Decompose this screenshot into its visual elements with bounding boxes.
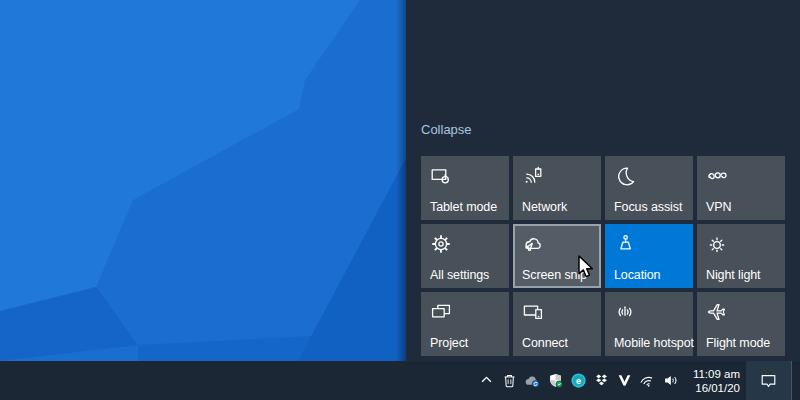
tile-label: All settings <box>430 268 489 282</box>
desktop-wallpaper <box>0 0 406 361</box>
eset-tray-item[interactable]: e <box>567 361 590 400</box>
taskbar: e <box>0 361 800 400</box>
tile-label: Focus assist <box>614 200 682 214</box>
tile-vpn[interactable]: VPN <box>697 156 785 220</box>
eset-antivirus-icon: e <box>569 371 588 390</box>
location-icon <box>613 232 637 256</box>
tile-label: Connect <box>522 336 568 350</box>
system-tray: e <box>475 361 800 400</box>
tile-focus-assist[interactable]: Focus assist <box>605 156 693 220</box>
clock-date: 16/01/20 <box>686 381 740 395</box>
tile-connect[interactable]: Connect <box>513 292 601 356</box>
onedrive-tray-item[interactable] <box>521 361 544 400</box>
tile-label: Night light <box>706 268 761 282</box>
action-center-button[interactable] <box>746 361 791 400</box>
vivaldi-v-icon <box>615 371 634 390</box>
tile-label: VPN <box>706 200 731 214</box>
tile-label: Project <box>430 336 468 350</box>
dropbox-icon <box>592 371 611 390</box>
clock-time: 11:09 am <box>686 367 740 381</box>
volume-tray-item[interactable] <box>659 361 682 400</box>
windows-security-tray-item[interactable] <box>544 361 567 400</box>
wallpaper-art <box>0 0 406 361</box>
taskbar-clock[interactable]: 11:09 am 16/01/20 <box>682 367 746 395</box>
network-tray-item[interactable] <box>636 361 659 400</box>
tablet-mode-icon <box>429 164 453 188</box>
tile-flight-mode[interactable]: Flight mode <box>697 292 785 356</box>
onedrive-sync-icon <box>523 371 542 390</box>
project-icon <box>429 300 453 324</box>
svg-text:e: e <box>576 376 581 386</box>
screen-snip-icon <box>521 232 545 256</box>
notification-bubble-icon <box>758 370 779 391</box>
network-icon <box>521 164 545 188</box>
panel-edge-shadow <box>396 0 406 361</box>
mobile-hotspot-icon <box>613 300 637 324</box>
tile-network[interactable]: Network <box>513 156 601 220</box>
connect-icon <box>521 300 545 324</box>
wifi-icon <box>638 371 657 390</box>
volume-icon <box>661 371 680 390</box>
tile-screen-snip[interactable]: Screen snip <box>513 224 601 288</box>
recycle-bin-icon <box>500 371 519 390</box>
night-light-icon <box>705 232 729 256</box>
action-center-panel: Collapse Tablet mode Network Focus assis… <box>406 0 800 361</box>
tile-location[interactable]: Location <box>605 224 693 288</box>
tile-night-light[interactable]: Night light <box>697 224 785 288</box>
show-hidden-icons-button[interactable] <box>475 361 498 400</box>
tile-all-settings[interactable]: All settings <box>421 224 509 288</box>
tile-mobile-hotspot[interactable]: Mobile hotspot <box>605 292 693 356</box>
focus-assist-icon <box>613 164 637 188</box>
recycle-bin-tray-item[interactable] <box>498 361 521 400</box>
dropbox-tray-item[interactable] <box>590 361 613 400</box>
tile-label: Network <box>522 200 567 214</box>
tile-tablet-mode[interactable]: Tablet mode <box>421 156 509 220</box>
tile-label: Tablet mode <box>430 200 497 214</box>
tile-label: Location <box>614 268 660 282</box>
all-settings-icon <box>429 232 453 256</box>
tile-project[interactable]: Project <box>421 292 509 356</box>
show-desktop-strip[interactable] <box>791 361 800 400</box>
chevron-up-icon <box>477 371 496 390</box>
tile-label: Mobile hotspot <box>614 336 694 350</box>
flight-mode-icon <box>705 300 729 324</box>
vivaldi-tray-item[interactable] <box>613 361 636 400</box>
windows-security-shield-icon <box>546 371 565 390</box>
windows-desktop-screenshot: Collapse Tablet mode Network Focus assis… <box>0 0 800 400</box>
collapse-link[interactable]: Collapse <box>421 122 472 137</box>
quick-actions-grid: Tablet mode Network Focus assist VPN All… <box>421 156 785 356</box>
tile-label: Screen snip <box>522 268 587 282</box>
tile-label: Flight mode <box>706 336 770 350</box>
vpn-icon <box>705 164 729 188</box>
